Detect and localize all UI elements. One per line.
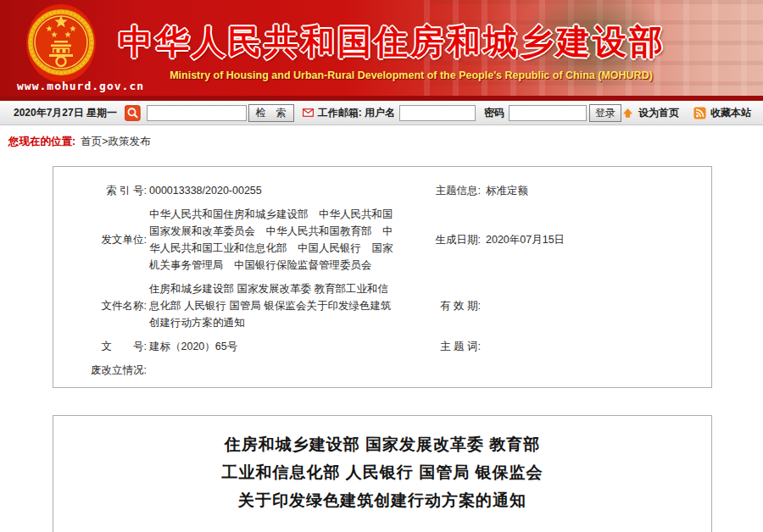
topic-info-value: 标准定额 [486, 179, 711, 202]
document-title-line: 住房和城乡建设部 国家发展改革委 教育部 [53, 430, 711, 458]
document-name-label: 文件名称: [53, 277, 149, 335]
table-row: 发文单位: 中华人民共和国住房和城乡建设部 中华人民共和国国家发展和改革委员会 … [53, 202, 711, 277]
document-title-line: 工业和信息化部 人民银行 国管局 银保监会 [53, 458, 711, 486]
keywords-label: 主 题 词: [408, 335, 486, 358]
document-title-panel: 住房和城乡建设部 国家发展改革委 教育部 工业和信息化部 人民银行 国管局 银保… [53, 415, 712, 532]
mail-icon [303, 108, 314, 118]
page: www.mohurd.gov.cn 中华人民共和国住房和城乡建设部 Minist… [0, 0, 763, 532]
breadcrumb-path[interactable]: 首页>政策发布 [81, 136, 150, 147]
search-input[interactable] [147, 105, 247, 121]
password-input[interactable] [509, 105, 587, 121]
issuing-agency-label: 发文单位: [53, 202, 149, 277]
site-title: 中华人民共和国住房和城乡建设部 [119, 19, 661, 65]
national-emblem-icon [25, 3, 97, 83]
work-mail-username-label: 工作邮箱: 用户名 [318, 106, 395, 120]
document-number-label: 文 号: [53, 335, 149, 358]
issue-date-value: 2020年07月15日 [486, 202, 711, 277]
issue-date-label: 生成日期: [408, 202, 486, 277]
validity-value [486, 277, 711, 335]
table-row: 文 号: 建标（2020）65号 主 题 词: [53, 335, 711, 358]
login-button[interactable]: 登录 [589, 104, 621, 122]
date-label: 2020年7月27日 星期一 [14, 106, 117, 120]
issuing-agency-value: 中华人民共和国住房和城乡建设部 中华人民共和国国家发展和改革委员会 中华人民共和… [149, 202, 408, 277]
bookmark-site-link[interactable]: 收藏本站 [710, 106, 751, 120]
set-homepage-icon[interactable] [621, 107, 634, 119]
index-number-label: 索 引 号: [53, 179, 149, 202]
username-input[interactable] [399, 105, 476, 121]
breadcrumb-prefix: 您现在的位置: [8, 136, 75, 147]
set-homepage-link[interactable]: 设为首页 [638, 106, 679, 120]
toolbar: 2020年7月27日 星期一 检 索 工作邮箱: 用户名 密码 登录 设为首页 [0, 101, 763, 125]
table-row: 文件名称: 住房和城乡建设部 国家发展改革委 教育部工业和信息化部 人民银行 国… [53, 277, 711, 335]
topic-info-label: 主题信息: [408, 179, 486, 202]
site-url: www.mohurd.gov.cn [17, 80, 144, 92]
site-header: www.mohurd.gov.cn 中华人民共和国住房和城乡建设部 Minist… [0, 0, 763, 96]
search-button[interactable]: 检 索 [248, 104, 294, 122]
bookmark-icon[interactable] [693, 107, 706, 119]
metadata-table: 索 引 号: 000013338/2020-00255 主题信息: 标准定额 发… [53, 179, 711, 382]
search-icon[interactable] [125, 103, 141, 123]
table-row: 索 引 号: 000013338/2020-00255 主题信息: 标准定额 [53, 179, 711, 202]
repeal-status-label: 废改立情况: [53, 358, 149, 382]
index-number-value: 000013338/2020-00255 [149, 179, 408, 202]
document-title-line: 关于印发绿色建筑创建行动方案的通知 [53, 486, 711, 514]
keywords-value [486, 335, 711, 358]
breadcrumb: 您现在的位置:首页>政策发布 [8, 135, 150, 149]
document-number-value: 建标（2020）65号 [149, 335, 408, 358]
validity-label: 有 效 期: [408, 277, 486, 335]
document-name-value: 住房和城乡建设部 国家发展改革委 教育部工业和信息化部 人民银行 国管局 银保监… [149, 277, 408, 335]
repeal-status-value [149, 358, 408, 382]
password-label: 密码 [484, 106, 504, 120]
table-row: 废改立情况: [53, 358, 711, 382]
site-subtitle: Ministry of Housing and Urban-Rural Deve… [131, 69, 691, 81]
document-metadata-panel: 索 引 号: 000013338/2020-00255 主题信息: 标准定额 发… [53, 166, 712, 388]
